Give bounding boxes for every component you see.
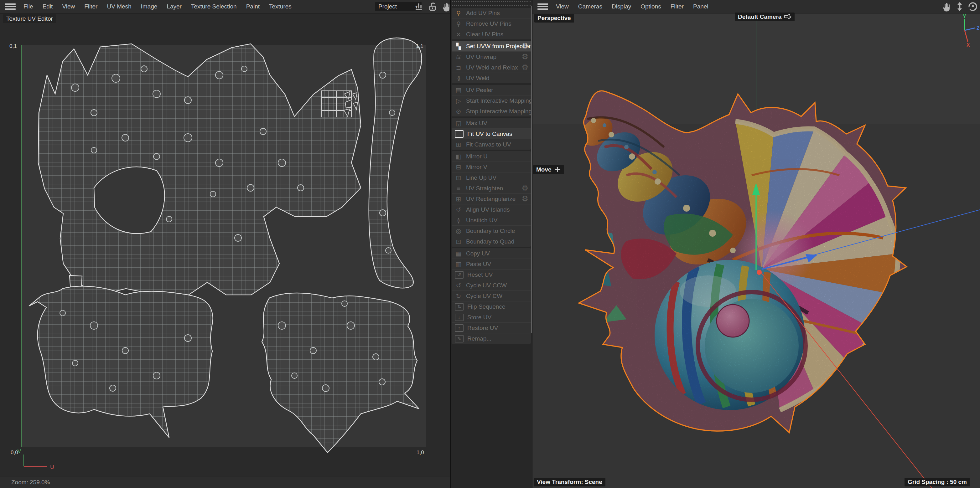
panel-grip[interactable] [452,1,531,6]
tool-clear-uv-pins[interactable]: Clear UV Pins [452,29,531,40]
uv-tool-panel: Add UV Pins Remove UV Pins Clear UV Pins… [450,0,533,488]
tool-max-uv[interactable]: Max UV [452,118,531,128]
fit-canvas-to-uv-icon [455,141,462,148]
menu-vp-cameras[interactable]: Cameras [573,3,607,10]
tool-store-uv[interactable]: Store UV [452,312,531,323]
tool-uv-unwrap[interactable]: UV Unwrap [452,51,531,62]
play-icon [455,97,462,105]
max-uv-icon [455,119,462,127]
peeler-icon [455,86,462,94]
tool-flip-sequence[interactable]: Flip Sequence [452,301,531,312]
menu-vp-filter[interactable]: Filter [666,3,689,10]
tool-remove-uv-pins[interactable]: Remove UV Pins [452,18,531,29]
menu-view[interactable]: View [57,3,80,10]
cycle-ccw-icon [455,282,462,289]
zoom-status: Zoom: 259.0% [11,479,50,486]
unlock-icon[interactable] [427,1,438,12]
projection-icon [455,43,462,50]
mirror-u-icon [455,153,462,160]
view-transform-label: View Transform: Scene [534,478,605,486]
active-tool-label[interactable]: Move [533,165,564,174]
histogram-icon[interactable] [414,1,424,12]
menu-uv-mesh[interactable]: UV Mesh [102,3,136,10]
tool-unstitch-uv[interactable]: Unstitch UV [452,215,531,226]
pin-tools-group: Add UV Pins Remove UV Pins Clear UV Pins [452,8,531,40]
cycle-cw-icon [455,292,462,300]
menu-filter[interactable]: Filter [80,3,102,10]
menu-edit[interactable]: Edit [38,3,57,10]
uv-statusbar: Zoom: 259.0% [0,476,450,488]
store-icon [455,314,463,321]
tool-line-up-uv[interactable]: Line Up UV [452,172,531,183]
tool-restore-uv[interactable]: Restore UV [452,323,531,333]
restore-icon [455,324,463,332]
tool-uv-weld-and-relax[interactable]: UV Weld and Relax [452,62,531,73]
pin-icon [455,20,462,27]
menu-layer[interactable]: Layer [162,3,186,10]
tool-reset-uv[interactable]: Reset UV [452,269,531,280]
stop-icon [455,108,462,115]
menu-file[interactable]: File [19,3,38,10]
mirror-v-icon [455,164,462,171]
move-vertical-icon[interactable] [954,1,965,12]
hamburger-icon[interactable] [538,3,548,10]
tool-cycle-uv-cw[interactable]: Cycle UV CW [452,291,531,301]
tool-mirror-u[interactable]: Mirror U [452,151,531,162]
z-axis-label: Z [977,25,979,31]
menu-vp-display[interactable]: Display [607,3,636,10]
menu-textures[interactable]: Textures [264,3,296,10]
flip-sequence-icon [455,303,463,310]
panel-scrollbar[interactable] [531,6,532,333]
camera-icon [784,14,791,20]
rectangularize-icon [455,196,462,203]
axis-gizmo[interactable]: Y Z X [952,14,979,49]
menu-vp-view[interactable]: View [551,3,573,10]
orbit-icon[interactable] [967,1,978,12]
tool-align-uv-islands[interactable]: Align UV Islands [452,204,531,215]
application-window: U 0,1 1,1 0,0 1,0 V Texture UV Editor Zo… [0,0,980,488]
remap-icon [455,335,463,342]
boundary-circle-icon [455,227,462,235]
tool-remap[interactable]: Remap... [452,333,531,344]
tool-mirror-v[interactable]: Mirror V [452,162,531,172]
menu-paint[interactable]: Paint [242,3,264,10]
tool-fit-canvas-to-uv[interactable]: Fit Canvas to UV [452,139,531,149]
tool-uv-peeler[interactable]: UV Peeler [452,85,531,95]
hamburger-icon[interactable] [5,3,16,10]
viewport-menubar: View Cameras Display Options Filter Pane… [533,0,980,13]
tool-stop-interactive-mapping[interactable]: Stop Interactive Mapping [452,106,531,116]
view-mode-label[interactable]: Perspective [534,14,574,22]
tool-uv-rectangularize[interactable]: UV Rectangularize [452,194,531,204]
pan-hand-icon[interactable] [941,1,952,12]
pin-icon [455,10,462,17]
menu-texture-selection[interactable]: Texture Selection [186,3,242,10]
tool-fit-uv-to-canvas[interactable]: Fit UV to Canvas [452,128,531,139]
fit-tools-group: Max UV Fit UV to Canvas Fit Canvas to UV [452,118,531,149]
tool-paste-uv[interactable]: Paste UV [452,259,531,269]
tool-uv-weld[interactable]: UV Weld [452,73,531,83]
gear-icon[interactable] [522,184,528,192]
tool-boundary-to-circle[interactable]: Boundary to Circle [452,226,531,236]
tool-boundary-to-quad[interactable]: Boundary to Quad [452,236,531,246]
tool-start-interactive-mapping[interactable]: Start Interactive Mapping [452,95,531,106]
gear-icon[interactable] [522,63,528,72]
menu-image[interactable]: Image [136,3,162,10]
uv-canvas[interactable]: U [0,0,450,488]
gear-icon[interactable] [522,52,528,61]
tool-set-uvw-from-projection[interactable]: Set UVW from Projection [452,41,531,51]
uv-corner-10: 1,0 [417,450,424,456]
tool-cycle-uv-ccw[interactable]: Cycle UV CCW [452,280,531,291]
tool-uv-straighten[interactable]: UV Straighten [452,183,531,194]
viewport-3d[interactable] [533,0,980,488]
gear-icon[interactable] [522,41,528,50]
tool-copy-uv[interactable]: Copy UV [452,248,531,259]
weld-relax-icon [455,64,462,72]
menu-vp-options[interactable]: Options [636,3,665,10]
gear-icon[interactable] [522,194,528,203]
menu-vp-panel[interactable]: Panel [689,3,713,10]
line-up-icon [455,174,462,181]
tool-add-uv-pins[interactable]: Add UV Pins [452,8,531,18]
camera-label[interactable]: Default Camera [735,13,795,21]
y-axis-label: Y [963,14,966,19]
arrange-tools-group: Mirror U Mirror V Line Up UV UV Straight… [452,151,531,246]
